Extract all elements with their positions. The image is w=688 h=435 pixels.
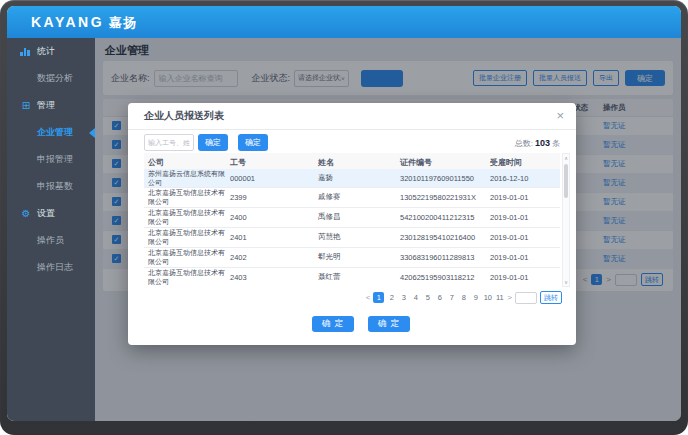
personnel-table: 公司 工号 姓名 证件编号 受雇时间 苏州嘉扬云信息系统有限公司 000001 … [144,153,560,287]
scroll-down-icon[interactable]: ∨ [563,279,569,285]
page-number[interactable]: 2 [387,292,396,303]
page-number[interactable]: 3 [399,292,408,303]
table-row[interactable]: 北京嘉扬互动信息技术有限公司 2403 聂红蕾 4206251959031182… [144,267,560,287]
col-cert-no: 证件编号 [400,157,432,168]
table-row[interactable]: 北京嘉扬互动信息技术有限公司 2400 禹修昌 5421002004112123… [144,207,560,228]
cell-cert-no: 420625195903118212 [400,273,475,282]
cell-emp-id: 2401 [230,233,247,242]
cell-hire-date: 2019-01-01 [490,193,528,202]
sidebar-item-statistics[interactable]: 统计 [7,38,95,65]
sidebar-item-data-analysis[interactable]: 数据分析 [7,65,95,92]
cell-cert-no: 542100200411212315 [400,213,475,222]
cell-emp-id: 2403 [230,273,247,282]
app-header: KAYANG嘉扬 [7,6,681,38]
cell-emp-id: 2402 [230,253,247,262]
modal-confirm-button-1[interactable]: 确定 [198,134,228,151]
page-number[interactable]: 4 [411,292,420,303]
total-suffix: 条 [552,139,560,148]
sidebar-item-label: 设置 [37,208,55,218]
sidebar-item-label: 数据分析 [37,73,73,83]
cell-hire-date: 2016-12-10 [490,174,528,183]
sidebar-item-label: 操作员 [37,235,64,245]
cell-emp-id: 2400 [230,213,247,222]
col-name: 姓名 [318,157,334,168]
cell-hire-date: 2019-01-01 [490,213,528,222]
page-number[interactable]: 6 [435,292,444,303]
total-number: 103 [535,138,550,148]
sidebar-item-label: 操作日志 [37,262,73,272]
page-number[interactable]: 9 [471,292,480,303]
sidebar-item-operation-log[interactable]: 操作日志 [7,254,95,281]
page-jump-button[interactable]: 跳转 [540,291,562,304]
app-screen: KAYANG嘉扬 统计 数据分析 ⊞管理 企业管理 申报管理 申报基数 ⚙设置 … [7,6,681,421]
page-number[interactable]: 7 [447,292,456,303]
page-number[interactable]: 8 [459,292,468,303]
sidebar-item-label: 申报基数 [37,181,73,191]
next-page-icon[interactable]: > [507,293,512,302]
cell-name: 郗光明 [318,252,341,262]
table-row[interactable]: 北京嘉扬互动信息技术有限公司 2401 芮慧艳 2301281954102164… [144,227,560,248]
cell-company: 北京嘉扬互动信息技术有限公司 [148,209,228,226]
modal-pagination: < 1 2 3 4 5 6 7 8 9 10 11 > 跳转 [366,291,562,304]
page-number[interactable]: 5 [423,292,432,303]
col-company: 公司 [148,157,164,168]
page-number[interactable]: 1 [373,292,384,303]
page-number[interactable]: 10 [483,292,492,303]
modal-confirm-button-2[interactable]: 确定 [238,134,268,151]
cell-name: 戚修赛 [318,192,341,202]
table-row[interactable]: 北京嘉扬互动信息技术有限公司 2399 戚修赛 1305221958022193… [144,187,560,208]
page-jump-input[interactable] [515,292,537,304]
brand-logo-text: KAYANG [31,14,104,30]
device-frame: KAYANG嘉扬 统计 数据分析 ⊞管理 企业管理 申报管理 申报基数 ⚙设置 … [0,0,688,435]
sidebar-item-management[interactable]: ⊞管理 [7,92,95,119]
modal-footer-confirm-1[interactable]: 确 定 [312,316,354,332]
cell-cert-no: 13052219580221931X [400,193,476,202]
cell-name: 嘉扬 [318,173,333,183]
cell-cert-no: 230128195410216400 [400,233,475,242]
personnel-table-header: 公司 工号 姓名 证件编号 受雇时间 [144,153,560,170]
cell-cert-no: 320101197609011550 [400,174,474,183]
sidebar-item-label: 管理 [37,100,55,110]
cell-company: 苏州嘉扬云信息系统有限公司 [148,170,228,187]
col-hire-date: 受雇时间 [490,157,522,168]
sidebar-item-enterprise-management[interactable]: 企业管理 [7,119,95,146]
sidebar-item-settings[interactable]: ⚙设置 [7,200,95,227]
personnel-search-input[interactable] [144,134,194,151]
table-row[interactable]: 北京嘉扬互动信息技术有限公司 2402 郗光明 3306831960112898… [144,247,560,268]
modal-header: 企业人员报送列表 × [128,103,576,130]
cell-name: 禹修昌 [318,212,341,222]
total-count: 总数:103条 [515,138,560,149]
cell-company: 北京嘉扬互动信息技术有限公司 [148,189,228,206]
cell-company: 北京嘉扬互动信息技术有限公司 [148,229,228,246]
table-row[interactable]: 苏州嘉扬云信息系统有限公司 000001 嘉扬 3201011976090115… [144,169,560,188]
grid-icon: ⊞ [20,92,32,119]
scrollbar-thumb[interactable] [564,164,568,198]
cell-hire-date: 2019-01-01 [490,273,528,282]
prev-page-icon[interactable]: < [366,293,371,302]
sidebar-item-label: 申报管理 [37,154,73,164]
cell-emp-id: 000001 [230,174,255,183]
sidebar-item-declaration-base[interactable]: 申报基数 [7,173,95,200]
personnel-submission-modal: 企业人员报送列表 × 确定 确定 总数:103条 公司 工号 姓名 证件编号 受… [128,103,576,345]
cell-hire-date: 2019-01-01 [490,233,528,242]
scroll-up-icon[interactable]: ∧ [563,155,569,161]
table-scrollbar[interactable]: ∧ ∨ [562,153,570,287]
col-emp-id: 工号 [230,157,246,168]
modal-footer-confirm-2[interactable]: 确 定 [368,316,410,332]
sidebar-item-label: 统计 [37,46,55,56]
sidebar: 统计 数据分析 ⊞管理 企业管理 申报管理 申报基数 ⚙设置 操作员 操作日志 [7,38,95,421]
sidebar-item-declaration-management[interactable]: 申报管理 [7,146,95,173]
brand-logo: KAYANG嘉扬 [31,6,137,39]
sidebar-item-operator[interactable]: 操作员 [7,227,95,254]
close-icon[interactable]: × [556,103,564,129]
total-prefix: 总数: [515,139,533,148]
cell-hire-date: 2019-01-01 [490,253,528,262]
brand-logo-cn: 嘉扬 [109,15,137,30]
bar-chart-icon [20,47,32,56]
gear-icon: ⚙ [20,200,32,227]
cell-name: 聂红蕾 [318,272,341,282]
cell-company: 北京嘉扬互动信息技术有限公司 [148,249,228,266]
cell-cert-no: 330683196011289813 [400,253,475,262]
sidebar-item-label: 企业管理 [37,127,73,137]
page-number[interactable]: 11 [495,292,504,303]
